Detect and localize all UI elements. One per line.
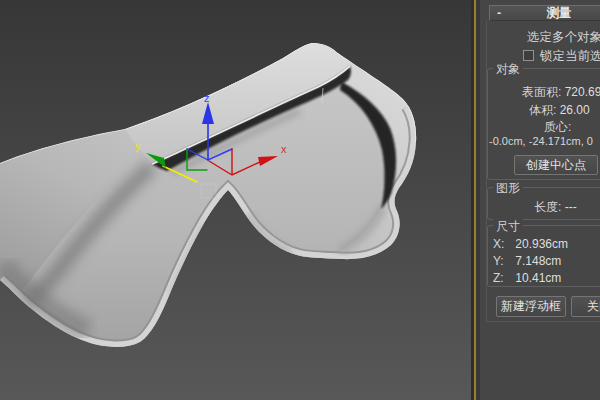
dimension-row-x: X: 20.936cm: [493, 237, 568, 251]
gizmo-z-label: z: [204, 92, 210, 104]
length-value: ---: [565, 200, 577, 214]
create-center-point-button[interactable]: 创建中心点: [514, 155, 598, 175]
new-floater-button[interactable]: 新建浮动框: [496, 296, 566, 317]
dimension-row-y: Y: 7.148cm: [493, 254, 561, 268]
volume-value: 26.00: [560, 103, 590, 117]
lock-selection-label: 锁定当前选择: [540, 48, 600, 65]
dim-x-label: X:: [493, 237, 512, 251]
group-shape: 图形 长度: ---: [487, 187, 600, 220]
viewport-canvas: x y z: [0, 0, 474, 400]
dim-x-value: 20.936cm: [515, 237, 568, 251]
surface-area-row: 表面积: 720.69: [522, 84, 600, 101]
rollout-title: 测量: [547, 5, 572, 22]
group-object: 对象 表面积: 720.69 体积: 26.00 质心: -0.0cm, -24…: [487, 68, 600, 180]
group-dimensions-title: 尺寸: [493, 218, 523, 235]
length-row: 长度: ---: [534, 199, 577, 216]
collapse-icon[interactable]: -: [497, 6, 501, 20]
surface-area-value: 720.69: [565, 85, 600, 99]
surface-area-label: 表面积:: [522, 85, 561, 99]
length-label: 长度:: [534, 200, 561, 214]
volume-label: 体积:: [529, 103, 556, 117]
dim-z-label: Z:: [493, 271, 512, 285]
gizmo-x-label: x: [281, 143, 287, 155]
dim-y-label: Y:: [493, 254, 512, 268]
gizmo-y-label: y: [135, 140, 141, 152]
centroid-label: 质心:: [544, 119, 571, 136]
close-button[interactable]: 关闭: [571, 296, 600, 317]
dimension-row-z: Z: 10.41cm: [493, 271, 561, 285]
volume-row: 体积: 26.00: [529, 102, 590, 119]
dim-z-value: 10.41cm: [515, 271, 561, 285]
group-shape-title: 图形: [493, 180, 523, 197]
app-window: { "viewport": { "gizmo": { "x_label": "x…: [0, 0, 600, 400]
rollout-header-measure[interactable]: - 测量: [489, 5, 600, 21]
group-object-title: 对象: [493, 61, 523, 78]
group-dimensions: 尺寸 X: 20.936cm Y: 7.148cm Z: 10.41cm: [487, 225, 600, 287]
dim-y-value: 7.148cm: [515, 254, 561, 268]
viewport-3d[interactable]: x y z: [0, 0, 474, 400]
centroid-value: -0.0cm, -24.171cm, 0: [489, 135, 593, 147]
selection-note: 选定多个对象: [527, 29, 600, 46]
lock-selection-checkbox[interactable]: [523, 50, 534, 61]
measure-panel: - 测量 选定多个对象 锁定当前选择 对象 表面积: 720.69 体积: 26…: [480, 0, 600, 400]
